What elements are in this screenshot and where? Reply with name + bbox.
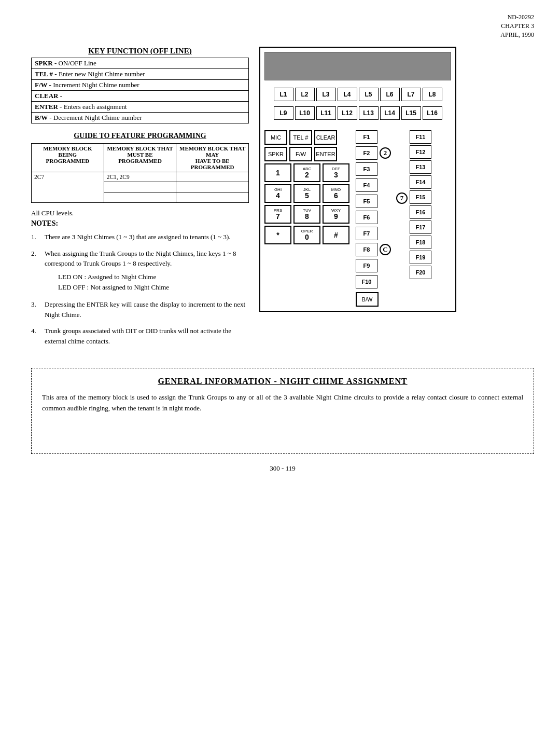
tel-key[interactable]: TEL # <box>289 130 312 145</box>
f17-key[interactable]: F17 <box>410 221 431 234</box>
info-box-title: GENERAL INFORMATION - NIGHT CHIME ASSIGN… <box>42 377 523 386</box>
guide-spacer3 <box>104 192 176 203</box>
note-text-1: There are 3 Night Chimes (1 ~ 3) that ar… <box>45 232 230 242</box>
l-key-l11[interactable]: L11 <box>316 106 336 120</box>
f8-key[interactable]: F8 <box>356 243 377 256</box>
guide-col1-header: MEMORY BLOCK BEINGPROGRAMMED <box>32 144 104 172</box>
l-key-l3[interactable]: L3 <box>316 88 336 101</box>
f16-key[interactable]: F16 <box>410 205 431 219</box>
l-key-l15[interactable]: L15 <box>401 106 421 120</box>
keypad-left: MIC TEL # CLEAR SPKR <box>264 130 349 244</box>
note-text-3: Depressing the ENTER key will cause the … <box>45 299 249 320</box>
bw-key[interactable]: B/W <box>356 292 379 307</box>
l-key-l7[interactable]: L7 <box>401 88 421 101</box>
page-number: 300 - 119 <box>31 464 534 473</box>
f20-key[interactable]: F20 <box>410 266 431 279</box>
row-789: PRS 7 TUV 8 WXY 9 <box>264 205 349 224</box>
guide-spacer2 <box>176 182 249 192</box>
key-function-table: SPKR - ON/OFF LineTEL # - Enter new Nigh… <box>31 58 249 123</box>
mic-label: MIC <box>271 134 281 141</box>
row-123: 1 ABC 2 DEF 3 <box>264 163 349 182</box>
guide-col3-data <box>176 172 249 182</box>
key-hash[interactable]: # <box>323 226 349 244</box>
note-num-4: 4. <box>31 326 40 346</box>
kf-row-3: CLEAR - <box>32 91 249 102</box>
f15-key[interactable]: F15 <box>410 190 431 204</box>
tel-label: TEL # <box>293 134 309 141</box>
f14-key[interactable]: F14 <box>410 175 431 189</box>
l-keys-row2: L9L10L11L12L13L14L15L16 <box>264 106 451 120</box>
l-keys-row1: L1L2L3L4L5L6L7L8 <box>264 88 451 101</box>
f5-key[interactable]: F5 <box>356 195 377 208</box>
note-sub-line: LED OFF : Not assigned to Night Chime <box>58 282 249 293</box>
key-0[interactable]: OPER 0 <box>293 226 320 244</box>
key-4[interactable]: GHI 4 <box>264 184 291 203</box>
key-3[interactable]: DEF 3 <box>323 163 349 182</box>
l-key-l13[interactable]: L13 <box>359 106 379 120</box>
f3-key[interactable]: F3 <box>356 162 377 176</box>
l-key-l1[interactable]: L1 <box>274 88 293 101</box>
l-key-l14[interactable]: L14 <box>380 106 400 120</box>
phone-diagram: L1L2L3L4L5L6L7L8 L9L10L11L12L13L14L15L16… <box>259 47 456 312</box>
key-7[interactable]: PRS 7 <box>264 205 291 224</box>
bw-label: B/W <box>362 296 373 302</box>
f12-key[interactable]: F12 <box>410 145 431 159</box>
display-area <box>264 52 451 80</box>
l-key-l6[interactable]: L6 <box>380 88 400 101</box>
f9-key[interactable]: F9 <box>356 259 377 272</box>
l-key-l8[interactable]: L8 <box>423 88 442 101</box>
guide-big-value: 2C7 <box>32 172 104 203</box>
row-spkr: SPKR F/W ENTER <box>264 147 349 161</box>
f11-key[interactable]: F11 <box>410 130 431 144</box>
kf-row-0: SPKR - ON/OFF Line <box>32 58 249 69</box>
circle-2: 2 <box>380 147 391 159</box>
spkr-key[interactable]: SPKR <box>264 147 287 161</box>
l-key-l4[interactable]: L4 <box>338 88 357 101</box>
note-sub-2: LED ON : Assigned to Night ChimeLED OFF … <box>58 272 249 294</box>
row-mic: MIC TEL # CLEAR <box>264 130 349 145</box>
note-sub-line: LED ON : Assigned to Night Chime <box>58 272 249 283</box>
clear-key[interactable]: CLEAR <box>314 130 337 145</box>
f13-key[interactable]: F13 <box>410 160 431 174</box>
spkr-label: SPKR <box>268 151 284 157</box>
key-1[interactable]: 1 <box>264 163 291 182</box>
l-key-l10[interactable]: L10 <box>295 106 315 120</box>
key-2[interactable]: ABC 2 <box>293 163 320 182</box>
key-5[interactable]: JKL 5 <box>293 184 320 203</box>
note-num-2: 2. <box>31 249 40 294</box>
guide-title: GUIDE TO FEATURE PROGRAMMING <box>31 132 249 140</box>
l-key-l5[interactable]: L5 <box>359 88 379 101</box>
key-8[interactable]: TUV 8 <box>293 205 320 224</box>
f6-key[interactable]: F6 <box>356 211 377 224</box>
f1-key[interactable]: F1 <box>356 130 377 144</box>
row-456: GHI 4 JKL 5 MNO 6 <box>264 184 349 203</box>
guide-col3-header: MEMORY BLOCK THAT MAYHAVE TO BE PROGRAMM… <box>176 144 249 172</box>
key-function-title: KEY FUNCTION (OFF LINE) <box>31 47 249 56</box>
f19-key[interactable]: F19 <box>410 251 431 264</box>
key-9[interactable]: WXY 9 <box>323 205 349 224</box>
l-key-l12[interactable]: L12 <box>338 106 357 120</box>
key-6[interactable]: MNO 6 <box>323 184 349 203</box>
f7-key[interactable]: F7 <box>356 227 377 240</box>
note-item-3: 3.Depressing the ENTER key will cause th… <box>31 299 249 320</box>
note-text-4: Trunk groups associated with DIT or DID … <box>45 326 249 346</box>
f10-key[interactable]: F10 <box>356 275 377 288</box>
f18-key[interactable]: F18 <box>410 236 431 249</box>
enter-key[interactable]: ENTER <box>314 147 337 161</box>
page: ND-20292 CHAPTER 3 APRIL, 1990 KEY FUNCT… <box>0 0 560 730</box>
header-line3: APRIL, 1990 <box>500 31 534 39</box>
kf-row-2: F/W - Increment Night Chime number <box>32 80 249 91</box>
f2-key[interactable]: F2 <box>356 146 377 160</box>
key-star[interactable]: * <box>264 226 291 244</box>
l-key-l9[interactable]: L9 <box>274 106 293 120</box>
left-column: KEY FUNCTION (OFF LINE) SPKR - ON/OFF Li… <box>31 47 249 352</box>
f4-key[interactable]: F4 <box>356 178 377 192</box>
guide-spacer1 <box>104 182 176 192</box>
right-column: L1L2L3L4L5L6L7L8 L9L10L11L12L13L14L15L16… <box>259 47 534 352</box>
fw-key[interactable]: F/W <box>289 147 312 161</box>
l-key-l2[interactable]: L2 <box>295 88 315 101</box>
info-box-text: This area of the memory block is used to… <box>42 392 523 414</box>
mic-key[interactable]: MIC <box>264 130 287 145</box>
l-key-l16[interactable]: L16 <box>423 106 442 120</box>
circle-7: 7 <box>396 192 408 204</box>
